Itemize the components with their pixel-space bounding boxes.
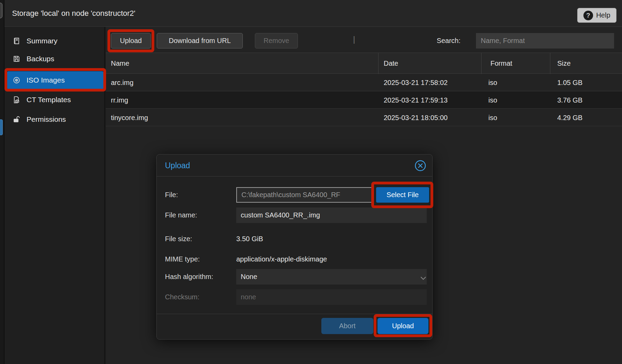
cell-format: iso	[488, 109, 497, 126]
title-bar: Storage 'local' on node 'constructor2' ?…	[4, 0, 622, 27]
disc-icon	[13, 76, 20, 84]
column-divider	[378, 53, 379, 74]
question-icon: ?	[583, 11, 593, 20]
search-label: Search:	[426, 33, 460, 49]
search-input[interactable]	[476, 33, 614, 49]
mime-type-value: application/x-apple-diskimage	[236, 254, 327, 264]
file-size-value: 3.50 GiB	[236, 234, 263, 244]
close-icon[interactable]	[415, 160, 426, 171]
table-row[interactable]: rr.img 2025-03-21 17:59:13 iso 3.76 GB	[106, 92, 622, 109]
dialog-header[interactable]: Upload	[157, 154, 432, 176]
panel-expand-handle[interactable]	[0, 3, 2, 18]
checksum-input[interactable]	[236, 289, 427, 305]
file-name-input[interactable]	[236, 207, 427, 223]
sidebar-item-backups[interactable]: Backups	[7, 51, 103, 66]
download-from-url-button[interactable]: Download from URL	[157, 33, 243, 49]
cell-name: arc.img	[111, 74, 134, 91]
cell-format: iso	[488, 74, 497, 91]
column-divider	[481, 53, 481, 74]
toolbar-separator: |	[353, 34, 355, 44]
file-path-input[interactable]	[236, 187, 373, 203]
cell-size: 4.29 GB	[557, 109, 582, 126]
mime-type-label: MIME type:	[165, 251, 200, 267]
sidebar-item-label: Backups	[27, 55, 54, 63]
file-size-label: File size:	[165, 231, 192, 247]
column-divider	[550, 53, 550, 74]
cell-name: rr.img	[111, 92, 128, 109]
dialog-upload-button[interactable]: Upload	[377, 318, 428, 334]
select-file-button[interactable]: Select File	[376, 187, 429, 203]
column-header-format[interactable]: Format	[490, 53, 512, 74]
sidebar-item-label: ISO Images	[27, 76, 65, 84]
book-icon	[13, 37, 20, 45]
column-header-date[interactable]: Date	[384, 53, 398, 74]
cell-name: tinycore.img	[111, 109, 148, 126]
cell-size: 3.76 GB	[557, 92, 582, 109]
hash-algorithm-label: Hash algorithm:	[165, 269, 213, 285]
help-label: Help	[596, 11, 610, 19]
sidebar-item-iso-images[interactable]: ISO Images	[7, 71, 103, 89]
file-name-label: File name:	[165, 207, 197, 223]
upload-dialog: Upload File: Select File File name: File…	[156, 154, 433, 340]
footer-divider	[157, 314, 432, 314]
help-button[interactable]: ? Help	[577, 8, 616, 23]
file-label: File:	[165, 187, 178, 203]
page-title: Storage 'local' on node 'constructor2'	[12, 0, 135, 27]
checksum-label: Checksum:	[165, 289, 199, 305]
unlock-icon	[13, 116, 20, 123]
template-icon	[13, 96, 20, 104]
cell-size: 1.05 GB	[557, 74, 582, 91]
sidebar-item-label: Permissions	[27, 115, 66, 124]
tree-selection-sliver	[0, 119, 3, 135]
column-header-name[interactable]: Name	[111, 53, 129, 74]
cell-date: 2025-03-21 18:05:00	[384, 109, 448, 126]
upload-button[interactable]: Upload	[111, 33, 151, 49]
cell-format: iso	[488, 92, 497, 109]
app-window: Storage 'local' on node 'constructor2' ?…	[0, 0, 622, 364]
sidebar-item-permissions[interactable]: Permissions	[7, 112, 103, 127]
sidebar-item-label: CT Templates	[27, 96, 71, 104]
table-row[interactable]: arc.img 2025-03-21 17:58:02 iso 1.05 GB	[106, 74, 622, 91]
column-header-size[interactable]: Size	[557, 53, 571, 74]
sidebar-item-ct-templates[interactable]: CT Templates	[7, 92, 103, 107]
hash-algorithm-select[interactable]: None	[236, 269, 427, 285]
table-row[interactable]: tinycore.img 2025-03-21 18:05:00 iso 4.2…	[106, 109, 622, 126]
cell-date: 2025-03-21 17:59:13	[384, 92, 448, 109]
floppy-icon	[13, 55, 20, 63]
sidebar-item-label: Summary	[27, 37, 58, 45]
cell-date: 2025-03-21 17:58:02	[384, 74, 448, 91]
dialog-title: Upload	[165, 154, 190, 176]
sidebar: Summary Backups ISO Images CT Templates …	[4, 27, 105, 364]
abort-button[interactable]: Abort	[321, 318, 373, 334]
collapsed-tree-panel	[0, 0, 4, 364]
sidebar-item-summary[interactable]: Summary	[7, 33, 103, 49]
table-header: Name Date Format Size	[106, 53, 622, 74]
remove-button[interactable]: Remove	[255, 33, 298, 49]
